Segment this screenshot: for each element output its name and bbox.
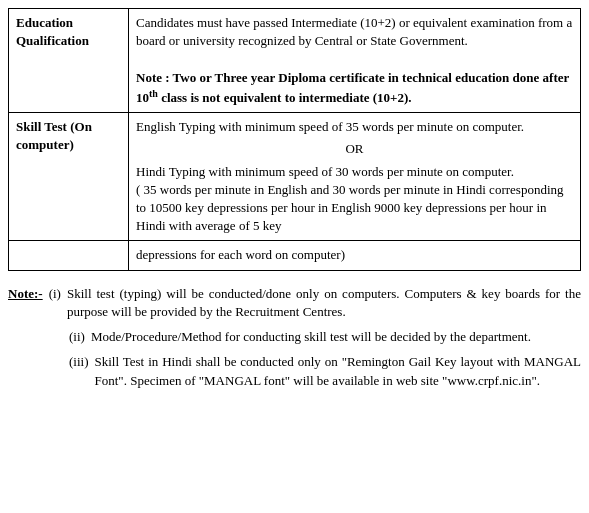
education-row: Education Qualification Candidates must … [9, 9, 581, 113]
education-label: Education Qualification [9, 9, 129, 113]
skill-test-label: Skill Test (On computer) [9, 113, 129, 241]
note-num-i: (i) [49, 285, 61, 323]
note-label: Note:- [8, 285, 43, 323]
education-content: Candidates must have passed Intermediate… [129, 9, 581, 113]
note-num-ii: (ii) [69, 328, 85, 347]
continuation-row: depressions for each word on computer) [9, 241, 581, 270]
notes-section: Note:- (i) Skill test (typing) will be c… [8, 281, 581, 391]
skill-test-row: Skill Test (On computer) English Typing … [9, 113, 581, 241]
continuation-left [9, 241, 129, 270]
skill-test-content: English Typing with minimum speed of 35 … [129, 113, 581, 241]
note-text-iii: Skill Test in Hindi shall be conducted o… [95, 353, 582, 391]
note-item-iii: (iii) Skill Test in Hindi shall be condu… [8, 353, 581, 391]
qualification-table: Education Qualification Candidates must … [8, 8, 581, 271]
note-num-iii: (iii) [69, 353, 89, 391]
note-item-label-row: Note:- (i) Skill test (typing) will be c… [8, 285, 581, 323]
note-item-ii: (ii) Mode/Procedure/Method for conductin… [8, 328, 581, 347]
notes-list: Note:- (i) Skill test (typing) will be c… [8, 285, 581, 391]
note-text-i: Skill test (typing) will be conducted/do… [67, 285, 581, 323]
continuation-content: depressions for each word on computer) [129, 241, 581, 270]
note-text-ii: Mode/Procedure/Method for conducting ski… [91, 328, 531, 347]
